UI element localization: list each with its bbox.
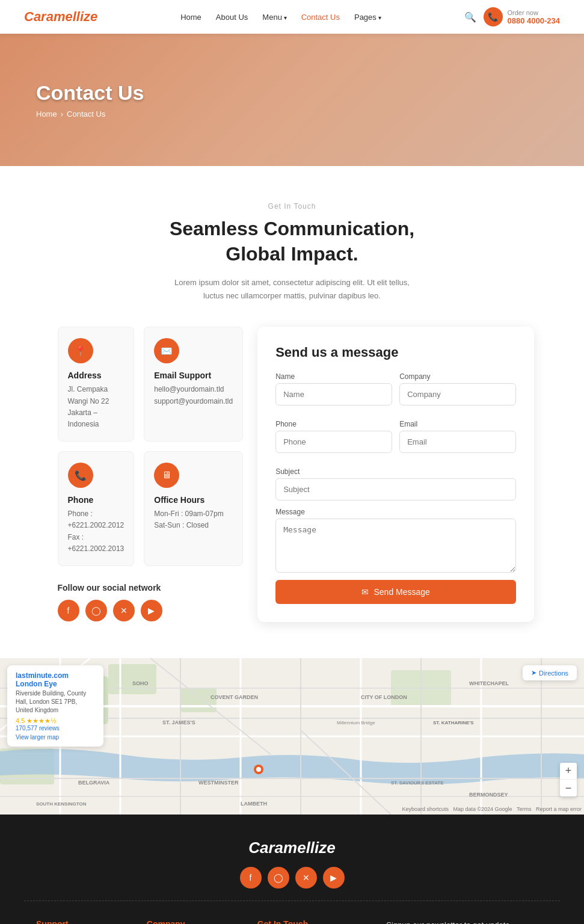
- phone-card-icon: 📞: [68, 463, 93, 488]
- footer-newsletter-heading: Signup our newsletter to get update info…: [386, 919, 548, 924]
- phone-text: Phone : +6221.2002.2012 Fax : +6221.2002…: [68, 508, 124, 555]
- directions-icon: ➤: [531, 669, 536, 677]
- company-input[interactable]: [399, 383, 516, 405]
- map-inner: MAYFAIR SOHO COVENT GARDEN ST. JAMES'S W…: [0, 658, 584, 815]
- svg-text:WESTMINSTER: WESTMINSTER: [198, 780, 239, 786]
- footer-contact-col: Get In Touch 📍 Jln Cempaka Wangi No 22 J…: [257, 919, 369, 924]
- send-icon: ✉: [361, 587, 369, 597]
- navbar: Caramellize Home About Us Menu Contact U…: [0, 0, 584, 34]
- order-phone[interactable]: 0880 4000-234: [508, 16, 560, 25]
- svg-text:BELGRAVIA: BELGRAVIA: [78, 780, 110, 786]
- search-icon[interactable]: 🔍: [464, 11, 476, 23]
- breadcrumb-separator: ›: [61, 109, 63, 119]
- phone-card: 📞 Phone Phone : +6221.2002.2012 Fax : +6…: [58, 451, 135, 566]
- youtube-icon[interactable]: ▶: [141, 600, 162, 621]
- email-icon: ✉️: [154, 338, 179, 363]
- footer-facebook-icon[interactable]: f: [240, 867, 262, 889]
- nav-logo[interactable]: Caramellize: [24, 9, 97, 25]
- map-zoom-controls: + −: [560, 763, 577, 796]
- address-card: 📍 Address Jl. Cempaka Wangi No 22 Jakart…: [58, 327, 135, 442]
- nav-pages[interactable]: Pages: [354, 13, 381, 22]
- map-reviews[interactable]: 170,577 reviews: [16, 725, 95, 732]
- footer-instagram-icon[interactable]: ◯: [268, 867, 289, 889]
- company-group: Company: [399, 372, 516, 405]
- svg-rect-3: [180, 688, 217, 712]
- message-textarea[interactable]: [275, 519, 516, 573]
- footer-columns: Support Contact Us Reservations FAQs Pay…: [0, 901, 584, 924]
- zoom-in-button[interactable]: +: [560, 763, 577, 780]
- order-now: 📞 Order now 0880 4000-234: [484, 7, 560, 26]
- footer-newsletter-col: Signup our newsletter to get update info…: [386, 919, 548, 924]
- contact-cards: 📍 Address Jl. Cempaka Wangi No 22 Jakart…: [58, 327, 244, 566]
- svg-text:LAMBETH: LAMBETH: [241, 801, 267, 807]
- instagram-icon[interactable]: ◯: [85, 600, 107, 621]
- directions-button[interactable]: ➤ Directions: [523, 665, 577, 680]
- phone-input[interactable]: [275, 431, 392, 453]
- svg-text:WHITECHAPEL: WHITECHAPEL: [469, 680, 509, 686]
- hours-text: Mon-Fri : 09am-07pm Sat-Sun : Closed: [154, 508, 233, 531]
- footer-logo: Caramellize: [24, 839, 560, 857]
- order-label: Order now: [508, 9, 560, 16]
- contact-left: 📍 Address Jl. Cempaka Wangi No 22 Jakart…: [58, 327, 244, 622]
- section-heading: Seamless Communication, Global Impact.: [24, 217, 560, 266]
- footer-contact-heading: Get In Touch: [257, 919, 369, 924]
- footer-youtube-icon[interactable]: ▶: [323, 867, 345, 889]
- svg-text:ST. KATHARINE'S: ST. KATHARINE'S: [433, 720, 474, 725]
- send-message-button[interactable]: ✉ Send Message: [275, 580, 516, 604]
- svg-text:ST. SAVIOURS ESTATE: ST. SAVIOURS ESTATE: [391, 780, 444, 786]
- email-input[interactable]: [399, 431, 516, 453]
- phone-label: Phone: [275, 420, 392, 428]
- svg-text:Millennium Bridge: Millennium Bridge: [337, 720, 375, 725]
- hero-section: Contact Us Home › Contact Us: [0, 34, 584, 166]
- name-group: Name: [275, 372, 392, 405]
- map-section: MAYFAIR SOHO COVENT GARDEN ST. JAMES'S W…: [0, 658, 584, 815]
- phone-group: Phone: [275, 420, 392, 453]
- subject-label: Subject: [275, 467, 516, 476]
- nav-about[interactable]: About Us: [216, 13, 248, 22]
- breadcrumb: Home › Contact Us: [36, 109, 144, 119]
- map-copyright: Keyboard shortcuts Map data ©2024 Google…: [402, 806, 582, 812]
- nav-home[interactable]: Home: [180, 13, 201, 22]
- nav-menu[interactable]: Menu: [262, 13, 286, 22]
- subject-input[interactable]: [275, 478, 516, 500]
- nav-contact[interactable]: Contact Us: [301, 13, 340, 22]
- section-description: Lorem ipsum dolor sit amet, consectetur …: [166, 276, 419, 303]
- footer-brand: Caramellize f ◯ ✕ ▶: [0, 815, 584, 901]
- facebook-icon[interactable]: f: [58, 600, 79, 621]
- message-label: Message: [275, 508, 516, 516]
- footer-company-heading: Company: [147, 919, 239, 924]
- zoom-out-button[interactable]: −: [560, 780, 577, 796]
- form-title: Send us a message: [275, 345, 516, 360]
- social-icons: f ◯ ✕ ▶: [58, 600, 244, 621]
- svg-text:SOUTH KENSINGTON: SOUTH KENSINGTON: [36, 801, 87, 807]
- name-input[interactable]: [275, 383, 392, 405]
- breadcrumb-current: Contact Us: [67, 109, 105, 119]
- send-label: Send Message: [373, 587, 429, 597]
- directions-label: Directions: [539, 670, 568, 677]
- svg-text:SOHO: SOHO: [132, 680, 149, 686]
- map-place-name[interactable]: lastminute.com London Eye: [16, 671, 95, 688]
- email-group: Email: [399, 420, 516, 453]
- svg-point-25: [256, 767, 261, 772]
- message-group: Message: [275, 508, 516, 573]
- address-icon: 📍: [68, 338, 93, 363]
- form-row-phone-email: Phone Email: [275, 420, 516, 460]
- svg-text:COVENT GARDEN: COVENT GARDEN: [211, 694, 258, 700]
- footer-twitter-x-icon[interactable]: ✕: [295, 867, 317, 889]
- social-section: Follow our social network f ◯ ✕ ▶: [58, 583, 244, 621]
- svg-text:ST. JAMES'S: ST. JAMES'S: [162, 719, 195, 725]
- subject-group: Subject: [275, 467, 516, 500]
- breadcrumb-home[interactable]: Home: [36, 109, 57, 119]
- map-address: Riverside Building, County Hall, London …: [16, 689, 95, 715]
- email-text: hello@yourdomain.tld support@yourdomain.…: [154, 384, 233, 407]
- hero-content: Contact Us Home › Contact Us: [36, 81, 144, 119]
- map-info-card: lastminute.com London Eye Riverside Buil…: [7, 665, 103, 747]
- twitter-x-icon[interactable]: ✕: [113, 600, 135, 621]
- phone-title: Phone: [68, 495, 124, 505]
- footer: Caramellize f ◯ ✕ ▶ Support Contact Us R…: [0, 815, 584, 924]
- address-text: Jl. Cempaka Wangi No 22 Jakarta – Indone…: [68, 384, 124, 430]
- email-title: Email Support: [154, 371, 233, 380]
- view-larger-map-link[interactable]: View larger map: [16, 734, 95, 741]
- email-card: ✉️ Email Support hello@yourdomain.tld su…: [144, 327, 243, 442]
- nav-right: 🔍 📞 Order now 0880 4000-234: [464, 7, 560, 26]
